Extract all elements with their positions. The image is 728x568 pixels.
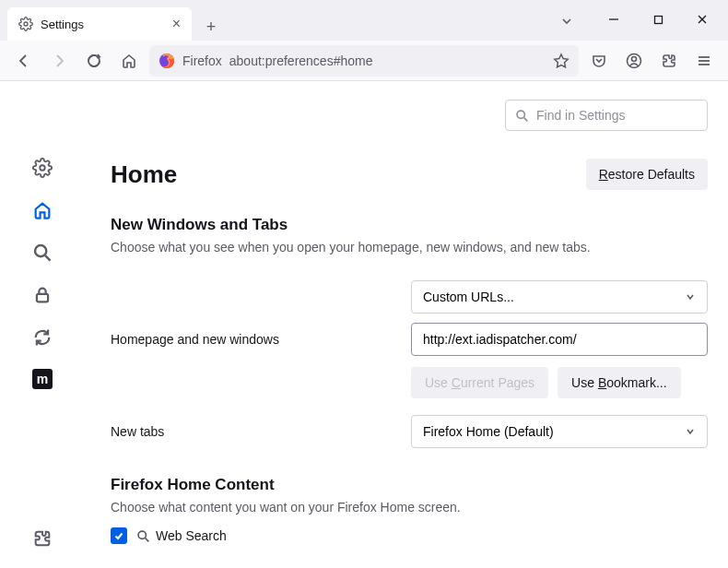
pocket-button[interactable] bbox=[584, 46, 614, 76]
sidebar-home[interactable] bbox=[31, 199, 53, 221]
use-bookmark-button[interactable]: Use Bookmark... bbox=[558, 367, 681, 398]
web-search-checkbox[interactable] bbox=[111, 527, 127, 544]
sidebar-search[interactable] bbox=[31, 242, 53, 264]
sidebar-more[interactable]: m bbox=[32, 369, 53, 389]
chevron-down-icon bbox=[685, 291, 696, 302]
sidebar-sync[interactable] bbox=[31, 326, 53, 349]
svg-point-4 bbox=[24, 22, 28, 26]
url-bar[interactable]: Firefox about:preferences#home bbox=[149, 45, 579, 77]
window-close-button[interactable] bbox=[682, 6, 722, 33]
svg-point-18 bbox=[138, 531, 146, 538]
tab-overflow-button[interactable] bbox=[553, 7, 581, 35]
homepage-url-input[interactable] bbox=[411, 323, 708, 356]
reload-button[interactable] bbox=[79, 46, 109, 76]
svg-point-16 bbox=[517, 111, 524, 118]
section-home-content-title: Firefox Home Content bbox=[111, 476, 708, 494]
label-homepage bbox=[111, 290, 396, 304]
label-newtabs: New tabs bbox=[111, 424, 396, 439]
svg-point-12 bbox=[40, 165, 45, 171]
search-icon bbox=[515, 109, 529, 123]
restore-defaults-button[interactable]: Restore Defaults bbox=[586, 159, 708, 190]
section-windows-tabs-desc: Choose what you see when you open your h… bbox=[111, 240, 708, 254]
svg-point-13 bbox=[35, 245, 46, 256]
newtabs-mode-select[interactable]: Firefox Home (Default) bbox=[411, 415, 708, 448]
web-search-label: Web Search bbox=[136, 528, 227, 543]
extensions-button[interactable] bbox=[654, 46, 684, 76]
section-windows-tabs-title: New Windows and Tabs bbox=[111, 216, 708, 234]
settings-sidebar: m bbox=[0, 81, 85, 568]
home-button[interactable] bbox=[114, 46, 144, 76]
homepage-mode-select[interactable]: Custom URLs... bbox=[411, 280, 708, 314]
svg-point-8 bbox=[632, 56, 637, 61]
find-placeholder: Find in Settings bbox=[536, 108, 626, 123]
window-minimize-button[interactable] bbox=[593, 6, 634, 33]
back-button[interactable] bbox=[9, 46, 39, 76]
gear-icon bbox=[18, 17, 33, 31]
account-button[interactable] bbox=[619, 46, 649, 76]
urlbar-url: about:preferences#home bbox=[229, 53, 373, 68]
sidebar-privacy[interactable] bbox=[31, 284, 53, 306]
tab-title: Settings bbox=[41, 18, 84, 31]
settings-main: Find in Settings Home Restore Defaults N… bbox=[85, 81, 728, 568]
bookmark-star-button[interactable] bbox=[553, 53, 569, 69]
section-home-content-desc: Choose what content you want on your Fir… bbox=[111, 500, 708, 515]
svg-rect-15 bbox=[37, 294, 48, 302]
svg-rect-1 bbox=[654, 16, 662, 23]
tab-close-button[interactable]: × bbox=[172, 16, 181, 32]
svg-line-17 bbox=[524, 117, 528, 121]
svg-line-14 bbox=[45, 255, 51, 261]
toolbar: Firefox about:preferences#home bbox=[0, 41, 728, 81]
window-maximize-button[interactable] bbox=[638, 6, 678, 33]
chevron-down-icon bbox=[685, 426, 696, 437]
find-in-settings-input[interactable]: Find in Settings bbox=[505, 100, 708, 131]
new-tab-button[interactable]: + bbox=[197, 13, 225, 41]
svg-line-19 bbox=[146, 538, 149, 541]
label-homepage: Homepage and new windows bbox=[111, 332, 396, 347]
svg-marker-6 bbox=[555, 54, 568, 67]
page-title: Home bbox=[111, 160, 177, 189]
urlbar-brand: Firefox bbox=[182, 53, 222, 68]
tab-settings[interactable]: Settings × bbox=[7, 7, 192, 41]
firefox-icon bbox=[159, 53, 175, 69]
search-icon bbox=[136, 529, 150, 543]
app-menu-button[interactable] bbox=[689, 46, 719, 76]
forward-button[interactable] bbox=[44, 46, 74, 76]
sidebar-general[interactable] bbox=[31, 157, 53, 179]
use-current-pages-button[interactable]: Use Current Pages bbox=[411, 367, 548, 398]
sidebar-extensions[interactable] bbox=[31, 527, 53, 550]
